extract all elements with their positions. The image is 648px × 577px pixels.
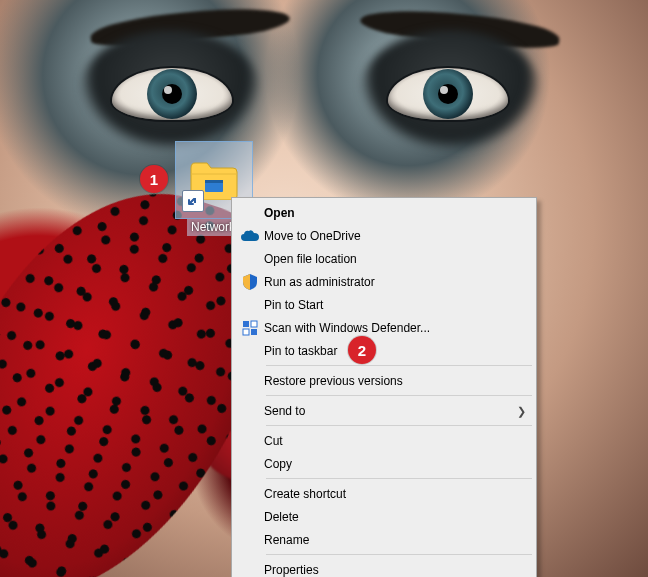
menu-separator xyxy=(266,478,532,479)
menu-item-send-to[interactable]: Send to ❯ xyxy=(234,399,534,422)
svg-rect-1 xyxy=(205,180,223,183)
menu-separator xyxy=(266,395,532,396)
menu-item-copy[interactable]: Copy xyxy=(234,452,534,475)
menu-label: Open file location xyxy=(264,252,514,266)
context-menu: Open Move to OneDrive Open file location… xyxy=(231,197,537,577)
menu-label: Pin to taskbar xyxy=(264,344,514,358)
menu-item-move-to-onedrive[interactable]: Move to OneDrive xyxy=(234,224,534,247)
menu-separator xyxy=(266,425,532,426)
submenu-chevron-icon: ❯ xyxy=(517,404,526,417)
menu-item-delete[interactable]: Delete xyxy=(234,505,534,528)
menu-label: Move to OneDrive xyxy=(264,229,514,243)
menu-label: Scan with Windows Defender... xyxy=(264,321,514,335)
shortcut-overlay-icon xyxy=(182,190,204,212)
menu-item-open-file-location[interactable]: Open file location xyxy=(234,247,534,270)
menu-label: Pin to Start xyxy=(264,298,514,312)
menu-label: Open xyxy=(264,206,514,220)
callout-badge-2-text: 2 xyxy=(358,342,366,359)
menu-separator xyxy=(266,554,532,555)
menu-item-open[interactable]: Open xyxy=(234,201,534,224)
menu-item-rename[interactable]: Rename xyxy=(234,528,534,551)
menu-label: Rename xyxy=(264,533,514,547)
menu-label: Cut xyxy=(264,434,514,448)
svg-rect-2 xyxy=(243,321,249,327)
menu-item-create-shortcut[interactable]: Create shortcut xyxy=(234,482,534,505)
svg-rect-4 xyxy=(243,329,249,335)
menu-label: Restore previous versions xyxy=(264,374,514,388)
callout-badge-1-text: 1 xyxy=(150,171,158,188)
svg-rect-5 xyxy=(251,329,257,335)
callout-badge-2: 2 xyxy=(348,336,376,364)
menu-label: Run as administrator xyxy=(264,275,514,289)
menu-item-restore-previous-versions[interactable]: Restore previous versions xyxy=(234,369,534,392)
menu-item-cut[interactable]: Cut xyxy=(234,429,534,452)
menu-item-pin-to-start[interactable]: Pin to Start xyxy=(234,293,534,316)
menu-item-scan-with-defender[interactable]: Scan with Windows Defender... xyxy=(234,316,534,339)
menu-item-properties[interactable]: Properties xyxy=(234,558,534,577)
menu-label: Send to xyxy=(264,404,514,418)
shield-icon xyxy=(236,274,264,290)
menu-separator xyxy=(266,365,532,366)
callout-badge-1: 1 xyxy=(140,165,168,193)
defender-icon xyxy=(236,320,264,336)
svg-rect-3 xyxy=(251,321,257,327)
menu-item-run-as-administrator[interactable]: Run as administrator xyxy=(234,270,534,293)
menu-label: Copy xyxy=(264,457,514,471)
onedrive-icon xyxy=(236,230,264,242)
menu-label: Properties xyxy=(264,563,514,577)
menu-item-pin-to-taskbar[interactable]: Pin to taskbar xyxy=(234,339,534,362)
menu-label: Delete xyxy=(264,510,514,524)
menu-label: Create shortcut xyxy=(264,487,514,501)
